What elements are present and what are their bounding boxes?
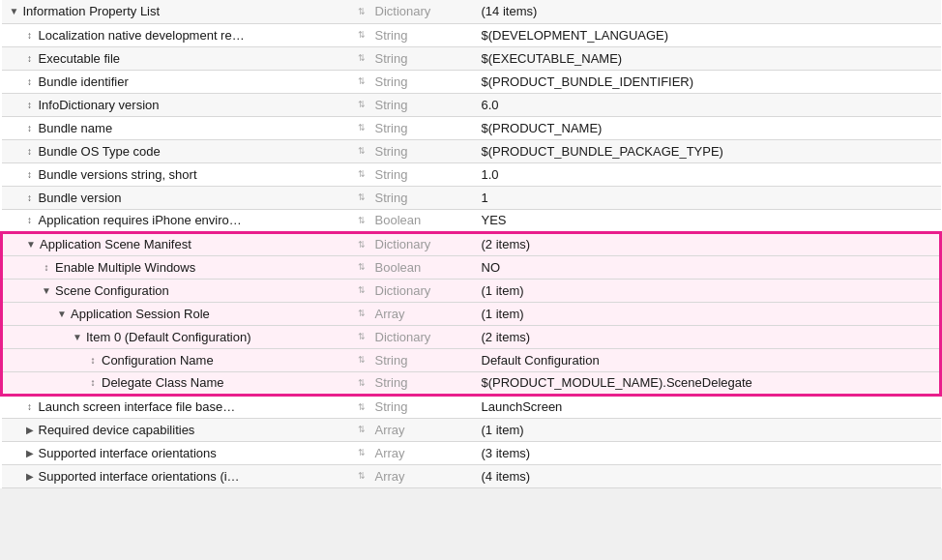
- value-label: NO: [476, 255, 941, 279]
- sort-arrows-icon[interactable]: ⇅: [358, 332, 371, 341]
- type-label: ⇅String: [350, 139, 476, 162]
- type-label: ⇅String: [350, 46, 476, 70]
- table-row: ↕Bundle name⇅String$(PRODUCT_NAME): [2, 116, 941, 139]
- type-label: ⇅Boolean: [350, 255, 476, 279]
- sort-arrows-icon[interactable]: ⇅: [358, 146, 371, 156]
- sort-arrows-icon[interactable]: ⇅: [358, 192, 371, 202]
- disclosure-icon[interactable]: ▶: [23, 471, 37, 482]
- value-label: $(PRODUCT_BUNDLE_IDENTIFIER): [476, 70, 941, 93]
- sort-arrows-icon[interactable]: ⇅: [358, 402, 371, 412]
- value-label: (1 item): [476, 418, 941, 441]
- value-label: $(EXECUTABLE_NAME): [476, 46, 941, 70]
- disclosure-icon[interactable]: ↕: [23, 401, 37, 412]
- sort-arrows-icon[interactable]: ⇅: [358, 76, 371, 86]
- value-label: (1 item): [476, 302, 941, 325]
- sort-arrows-icon[interactable]: ⇅: [358, 7, 371, 16]
- key-label: Launch screen interface file base…: [39, 399, 236, 414]
- sort-arrows-icon[interactable]: ⇅: [358, 448, 371, 457]
- sort-arrows-icon[interactable]: ⇅: [358, 285, 371, 295]
- sort-arrows-icon[interactable]: ⇅: [358, 216, 371, 225]
- disclosure-icon[interactable]: ↕: [23, 123, 37, 133]
- disclosure-icon[interactable]: ↕: [23, 192, 37, 203]
- table-row: ▼Item 0 (Default Configuration)⇅Dictiona…: [2, 325, 941, 348]
- disclosure-icon[interactable]: ↕: [23, 100, 37, 110]
- key-label: Bundle name: [39, 121, 113, 135]
- type-label: ⇅String: [350, 348, 476, 371]
- value-label: (2 items): [476, 325, 941, 348]
- type-label: ⇅String: [350, 371, 476, 395]
- table-row: ↕Bundle version⇅String1: [2, 186, 941, 209]
- sort-arrows-icon[interactable]: ⇅: [358, 471, 371, 481]
- value-label: YES: [476, 209, 941, 232]
- type-label: ⇅String: [350, 116, 476, 139]
- disclosure-icon[interactable]: ▶: [23, 425, 37, 435]
- key-label: Delegate Class Name: [102, 375, 223, 390]
- key-label: Executable file: [39, 51, 121, 66]
- disclosure-icon[interactable]: ▼: [40, 285, 53, 296]
- key-label: Bundle version: [39, 191, 122, 205]
- sort-arrows-icon[interactable]: ⇅: [358, 309, 371, 318]
- value-label: $(PRODUCT_NAME): [476, 116, 941, 139]
- type-label: ⇅Dictionary: [350, 232, 476, 255]
- type-label: ⇅Boolean: [350, 209, 476, 232]
- disclosure-icon[interactable]: ↕: [23, 30, 37, 41]
- key-label: Supported interface orientations: [39, 446, 217, 460]
- sort-arrows-icon[interactable]: ⇅: [358, 425, 371, 434]
- type-label: ⇅Array: [350, 302, 476, 325]
- sort-arrows-icon[interactable]: ⇅: [358, 169, 371, 179]
- sort-arrows-icon[interactable]: ⇅: [358, 30, 371, 40]
- key-label: Localization native development re…: [39, 28, 245, 43]
- type-label: ⇅String: [350, 93, 476, 116]
- sort-arrows-icon[interactable]: ⇅: [358, 355, 371, 365]
- table-row: ↕InfoDictionary version⇅String6.0: [2, 93, 941, 116]
- table-row: ↕Bundle OS Type code⇅String$(PRODUCT_BUN…: [2, 139, 941, 162]
- value-label: LaunchScreen: [476, 395, 941, 418]
- disclosure-icon[interactable]: ↕: [23, 76, 37, 87]
- table-row: ↕Enable Multiple Windows⇅BooleanNO: [2, 255, 941, 279]
- value-label: $(PRODUCT_BUNDLE_PACKAGE_TYPE): [476, 139, 941, 162]
- value-label: $(PRODUCT_MODULE_NAME).SceneDelegate: [476, 371, 941, 395]
- type-label: ⇅Dictionary: [350, 279, 476, 302]
- disclosure-icon[interactable]: ↕: [23, 169, 37, 180]
- disclosure-icon[interactable]: ▶: [23, 448, 37, 458]
- value-label: (2 items): [476, 232, 941, 255]
- type-label: ⇅String: [350, 395, 476, 418]
- type-label: ⇅String: [350, 162, 476, 186]
- key-label: Supported interface orientations (i…: [39, 469, 240, 484]
- type-label: ⇅Array: [350, 418, 476, 441]
- sort-arrows-icon[interactable]: ⇅: [358, 378, 371, 388]
- table-row: ▼Application Session Role⇅Array(1 item): [2, 302, 941, 325]
- sort-arrows-icon[interactable]: ⇅: [358, 53, 371, 63]
- type-label: ⇅Dictionary: [350, 0, 476, 23]
- type-label: ⇅String: [350, 70, 476, 93]
- plist-table: ▼Information Property List⇅Dictionary(14…: [0, 0, 942, 488]
- table-row: ↕Launch screen interface file base…⇅Stri…: [2, 395, 941, 418]
- table-row: ▶Supported interface orientations (i…⇅Ar…: [2, 464, 941, 487]
- disclosure-icon[interactable]: ↕: [23, 146, 37, 157]
- disclosure-icon[interactable]: ↕: [23, 53, 37, 64]
- disclosure-icon[interactable]: ▼: [8, 6, 21, 16]
- sort-arrows-icon[interactable]: ⇅: [358, 123, 371, 133]
- disclosure-icon[interactable]: ▼: [55, 309, 69, 319]
- value-label: (3 items): [476, 441, 941, 464]
- table-row: ▶Supported interface orientations⇅Array(…: [2, 441, 941, 464]
- disclosure-icon[interactable]: ↕: [86, 377, 100, 388]
- disclosure-icon[interactable]: ↕: [86, 355, 100, 366]
- table-row: ▼Information Property List⇅Dictionary(14…: [2, 0, 941, 23]
- sort-arrows-icon[interactable]: ⇅: [358, 240, 371, 250]
- key-label: Bundle identifier: [39, 74, 129, 89]
- disclosure-icon[interactable]: ▼: [71, 332, 84, 342]
- key-label: Application Scene Manifest: [40, 237, 191, 251]
- type-label: ⇅String: [350, 186, 476, 209]
- sort-arrows-icon[interactable]: ⇅: [358, 262, 371, 272]
- sort-arrows-icon[interactable]: ⇅: [358, 100, 371, 109]
- disclosure-icon[interactable]: ↕: [40, 262, 53, 273]
- table-row: ↕Localization native development re…⇅Str…: [2, 23, 941, 46]
- disclosure-icon[interactable]: ↕: [23, 215, 37, 225]
- disclosure-icon[interactable]: ▼: [24, 239, 38, 250]
- key-label: Enable Multiple Windows: [55, 260, 195, 275]
- type-label: ⇅Dictionary: [350, 325, 476, 348]
- type-label: ⇅String: [350, 23, 476, 46]
- key-label: Bundle OS Type code: [39, 144, 161, 159]
- key-label: Required device capabilities: [39, 423, 195, 437]
